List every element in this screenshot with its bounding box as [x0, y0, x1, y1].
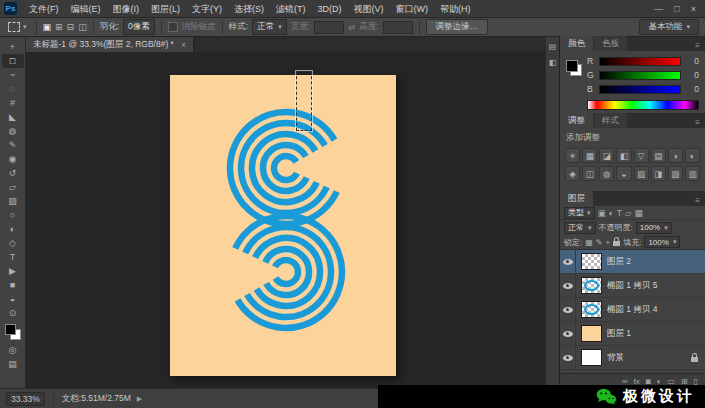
layer-thumbnail[interactable]: [581, 301, 602, 318]
foreground-background-swatches[interactable]: [5, 324, 21, 340]
fill-select[interactable]: 100% ▾: [644, 236, 680, 248]
blue-value[interactable]: 0: [685, 84, 699, 94]
layer-thumbnail[interactable]: [581, 277, 602, 294]
quick-selection-tool[interactable]: ◌: [2, 82, 24, 96]
layer-thumbnail[interactable]: [581, 349, 602, 366]
brightness-contrast-icon[interactable]: ☀: [565, 148, 580, 163]
lock-all-icon[interactable]: [613, 241, 620, 246]
vibrance-icon[interactable]: ▽: [634, 148, 649, 163]
properties-panel-icon[interactable]: ◧: [549, 58, 557, 67]
invert-icon[interactable]: ◒: [616, 166, 631, 181]
panel-color-swatches[interactable]: [566, 60, 582, 76]
black-white-icon[interactable]: ◐: [685, 148, 700, 163]
layer-row-ellipse-copy-4[interactable]: 椭圆 1 拷贝 4: [560, 298, 705, 322]
layer-row-layer-2[interactable]: 图层 2: [560, 250, 705, 274]
channel-mixer-icon[interactable]: ◫: [582, 166, 597, 181]
rectangular-marquee-tool[interactable]: □: [2, 54, 24, 68]
layer-name[interactable]: 椭圆 1 拷贝 4: [607, 304, 658, 316]
move-tool[interactable]: +: [2, 40, 24, 54]
layer-name[interactable]: 背景: [607, 352, 624, 364]
filter-shape-layers-icon[interactable]: ▱: [625, 208, 632, 218]
canvas-area[interactable]: [26, 52, 545, 388]
layer-row-ellipse-copy-5[interactable]: 椭圆 1 拷贝 5: [560, 274, 705, 298]
curves-icon[interactable]: ◪: [599, 148, 614, 163]
height-input[interactable]: [383, 21, 413, 34]
red-value[interactable]: 0: [685, 56, 699, 66]
layer-thumbnail[interactable]: [581, 325, 602, 342]
refine-edge-button[interactable]: 调整边缘…: [426, 19, 489, 35]
foreground-color-swatch[interactable]: [5, 324, 16, 335]
green-slider[interactable]: [599, 71, 681, 80]
foreground-color-swatch[interactable]: [566, 60, 578, 72]
blend-mode-select[interactable]: 正常 ▾: [564, 222, 596, 234]
selective-color-icon[interactable]: ▨: [668, 166, 683, 181]
posterize-icon[interactable]: ▧: [634, 166, 649, 181]
add-to-selection-icon[interactable]: ⊞: [55, 22, 63, 32]
subtract-from-selection-icon[interactable]: ⊟: [67, 22, 75, 32]
gradient-tool[interactable]: ▨: [2, 194, 24, 208]
tab-color[interactable]: 颜色: [560, 36, 593, 51]
tab-close-icon[interactable]: ×: [181, 40, 186, 50]
width-input[interactable]: [314, 21, 344, 34]
menu-layer[interactable]: 图层(L): [145, 0, 186, 18]
menu-3d[interactable]: 3D(D): [312, 0, 348, 18]
tool-preset-picker[interactable]: ▾: [5, 21, 30, 33]
red-slider[interactable]: [599, 57, 681, 66]
visibility-toggle[interactable]: [560, 322, 576, 345]
menu-edit[interactable]: 编辑(E): [65, 0, 107, 18]
menu-file[interactable]: 文件(F): [23, 0, 65, 18]
document-tab[interactable]: 未标题-1 @ 33.3%(图层 2, RGB/8#) * ×: [26, 37, 194, 52]
layer-name[interactable]: 图层 2: [607, 256, 631, 268]
canvas-document[interactable]: [170, 75, 396, 376]
zoom-level-field[interactable]: 33.33%: [6, 392, 45, 406]
restore-button[interactable]: □: [674, 4, 679, 14]
gradient-map-icon[interactable]: ▥: [685, 166, 700, 181]
eyedropper-tool[interactable]: ◣: [2, 110, 24, 124]
hand-tool[interactable]: ◒: [2, 292, 24, 306]
layer-row-layer-1[interactable]: 图层 1: [560, 322, 705, 346]
menu-image[interactable]: 图像(I): [107, 0, 146, 18]
visibility-toggle[interactable]: [560, 346, 576, 369]
threshold-icon[interactable]: ◨: [651, 166, 666, 181]
healing-brush-tool[interactable]: ◍: [2, 124, 24, 138]
tab-adjustments[interactable]: 调整: [560, 113, 593, 128]
clone-stamp-tool[interactable]: ◉: [2, 152, 24, 166]
screen-mode-icon[interactable]: ▤: [2, 357, 24, 371]
filter-pixel-layers-icon[interactable]: ▣: [598, 208, 606, 218]
layer-thumbnail[interactable]: [581, 253, 602, 270]
color-lookup-icon[interactable]: ◍: [599, 166, 614, 181]
tab-layers[interactable]: 图层: [560, 191, 593, 206]
menu-help[interactable]: 帮助(H): [434, 0, 477, 18]
color-balance-icon[interactable]: ◑: [668, 148, 683, 163]
intersect-selection-icon[interactable]: ◫: [78, 22, 87, 32]
menu-window[interactable]: 窗口(W): [390, 0, 435, 18]
color-spectrum-ramp[interactable]: [587, 100, 699, 110]
panel-menu-icon[interactable]: ≡: [690, 41, 705, 51]
blur-tool[interactable]: ○: [2, 208, 24, 222]
workspace-switcher[interactable]: 基本功能 ▾: [639, 19, 699, 35]
panel-menu-icon[interactable]: ≡: [690, 118, 705, 128]
dodge-tool[interactable]: ◐: [2, 222, 24, 236]
feather-input[interactable]: 0像素: [123, 19, 155, 35]
layer-name[interactable]: 椭圆 1 拷贝 5: [607, 280, 658, 292]
panel-menu-icon[interactable]: ≡: [690, 196, 705, 206]
menu-select[interactable]: 选择(S): [228, 0, 270, 18]
menu-view[interactable]: 视图(V): [348, 0, 390, 18]
eraser-tool[interactable]: ▱: [2, 180, 24, 194]
opacity-select[interactable]: 100% ▾: [636, 222, 672, 234]
visibility-toggle[interactable]: [560, 298, 576, 321]
swap-dimensions-icon[interactable]: ⇄: [348, 22, 355, 32]
hue-saturation-icon[interactable]: ▤: [651, 148, 666, 163]
filter-smart-objects-icon[interactable]: ▦: [634, 208, 642, 218]
selection-marquee[interactable]: [296, 71, 312, 131]
history-brush-tool[interactable]: ↺: [2, 166, 24, 180]
pen-tool[interactable]: ◇: [2, 236, 24, 250]
filter-type-layers-icon[interactable]: T: [617, 208, 622, 218]
quick-mask-icon[interactable]: ◎: [2, 343, 24, 357]
menu-type[interactable]: 文字(Y): [186, 0, 228, 18]
minimize-button[interactable]: —: [654, 4, 663, 14]
visibility-toggle[interactable]: [560, 274, 576, 297]
lasso-tool[interactable]: ~: [2, 68, 24, 82]
type-tool[interactable]: T: [2, 250, 24, 264]
history-panel-icon[interactable]: ▤: [549, 42, 557, 51]
